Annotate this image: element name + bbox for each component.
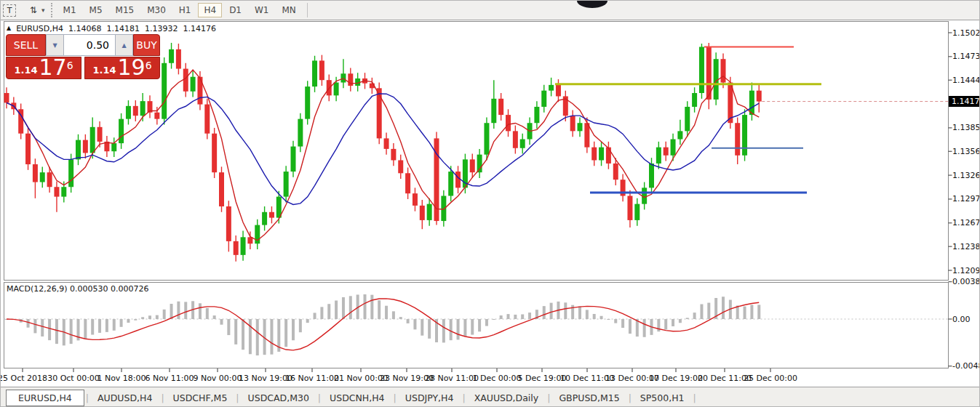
tab-separator: | [318, 392, 321, 403]
timeframe-button-h1[interactable]: H1 [173, 3, 197, 17]
timeframe-button-h4[interactable]: H4 [198, 3, 222, 17]
timeframe-button-d1[interactable]: D1 [223, 3, 247, 17]
tab-separator: | [629, 392, 632, 403]
price-axis-label: 1.12970 [952, 194, 980, 204]
price-axis-label: 1.14440 [952, 76, 980, 85]
timeframe-button-m30[interactable]: M30 [141, 3, 172, 17]
timeframe-button-m5[interactable]: M5 [84, 3, 108, 17]
cursor-tool-button[interactable]: ⇅ ▾ [25, 4, 45, 17]
macd-axis-label: -0.004856 [952, 361, 980, 371]
chart-tab-usdcnh-h4[interactable]: USDCNH,H4 [322, 390, 392, 406]
macd-axis-label: 0.00 [952, 315, 971, 324]
tab-separator: | [693, 392, 696, 403]
volume-decrease-button[interactable]: ▼ [46, 34, 64, 56]
chart-tab-usdcad-m30[interactable]: USDCAD,M30 [241, 390, 316, 406]
buy-button[interactable]: BUY [133, 34, 160, 56]
price-axis-label: 1.15025 [952, 28, 980, 38]
sell-button[interactable]: SELL [6, 34, 46, 56]
open-value: 1.14068 [68, 24, 102, 33]
current-price-tag: 1.14176 [949, 96, 980, 107]
tab-separator: | [547, 392, 550, 403]
sell-price-big: 17 [39, 57, 66, 78]
chart-title-bar[interactable]: ▲ EURUSD,H4 1.14068 1.14181 1.13932 1.14… [7, 24, 216, 33]
tab-separator: | [86, 392, 89, 403]
price-axis-label: 1.12385 [952, 242, 980, 251]
timeframe-button-m1[interactable]: M1 [57, 3, 82, 17]
high-value: 1.14181 [107, 24, 140, 33]
macd-axis-label: 0.003847 [952, 277, 980, 286]
timeframe-button-group: M1M5M15M30H1H4D1W1MN [57, 3, 303, 17]
sell-price-sup: 6 [67, 62, 73, 69]
timeframe-button-m15[interactable]: M15 [110, 3, 140, 17]
toolbar-drag-handle[interactable] [51, 3, 52, 17]
symbol-period-label: EURUSD,H4 [16, 24, 63, 33]
sell-price-display[interactable]: 1.14 17 6 [6, 57, 81, 79]
macd-panel-frame [4, 283, 949, 368]
price-axis-label: 1.12090 [952, 266, 980, 275]
low-value: 1.13932 [145, 24, 178, 33]
tab-separator: | [236, 392, 239, 403]
buy-price-display[interactable]: 1.14 19 6 [84, 57, 160, 79]
toolbar-separator [307, 3, 308, 17]
close-value: 1.14176 [183, 24, 217, 33]
volume-increase-button[interactable]: ▲ [115, 34, 133, 56]
timeframe-button-w1[interactable]: W1 [249, 3, 275, 17]
sell-price-prefix: 1.14 [14, 63, 37, 78]
price-axis-label: 1.13560 [952, 147, 980, 156]
chart-tab-audusd-h4[interactable]: AUDUSD,H4 [90, 390, 159, 406]
trading-platform-window: T ⇅ ▾ M1M5M15M30H1H4D1W1MN ▲ EURUSD,H4 1… [0, 0, 980, 407]
date-axis-label: 25 Dec 00:00 [738, 374, 803, 383]
chart-tab-xauusd-daily[interactable]: XAUUSD,Daily [467, 390, 546, 406]
price-axis-label: 1.14730 [952, 52, 980, 61]
price-axis-label: 1.13850 [952, 123, 980, 132]
cursor-tool-icon: ⇅ [27, 4, 40, 17]
tab-separator: | [462, 392, 465, 403]
tab-separator: | [161, 392, 164, 403]
text-tool-icon[interactable]: T [3, 4, 16, 17]
chart-tab-usdjpy-h4[interactable]: USDJPY,H4 [398, 390, 461, 406]
tab-separator: | [394, 392, 397, 403]
collapse-icon: ▲ [7, 25, 11, 33]
toolbar: T ⇅ ▾ M1M5M15M30H1H4D1W1MN [1, 1, 979, 20]
volume-input[interactable]: 0.50 [64, 34, 115, 56]
dropdown-caret-icon: ▾ [41, 7, 45, 14]
price-axis-label: 1.12675 [952, 218, 980, 227]
price-axis-label: 1.13265 [952, 171, 980, 180]
buy-price-sup: 6 [146, 62, 152, 69]
buy-price-prefix: 1.14 [92, 63, 116, 78]
chart-tab-sp500-h1[interactable]: SP500,H1 [633, 390, 692, 406]
one-click-trading-widget: SELL ▼ 0.50 ▲ BUY 1.14 17 6 1.14 19 6 [6, 34, 160, 79]
chart-tab-eurusd-h4[interactable]: EURUSD,H4 [6, 390, 84, 406]
buy-price-big: 19 [117, 57, 145, 78]
chart-tab-gbpusd-m15[interactable]: GBPUSD,M15 [551, 390, 626, 406]
chart-tab-usdchf-m5[interactable]: USDCHF,M5 [166, 390, 235, 406]
chart-tab-bar: EURUSD,H4|AUDUSD,H4|USDCHF,M5|USDCAD,M30… [1, 387, 979, 407]
timeframe-button-mn[interactable]: MN [276, 3, 302, 17]
macd-indicator-label: MACD(12,26,9) 0.000530 0.000726 [7, 284, 149, 294]
